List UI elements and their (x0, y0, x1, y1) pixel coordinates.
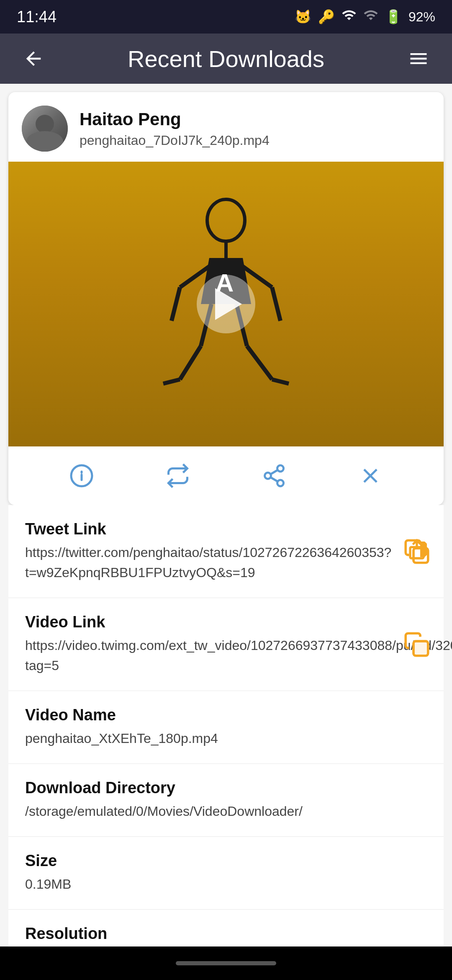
video-link-value: https://video.twimg.com/ext_tw_video/102… (25, 635, 427, 676)
svg-line-6 (272, 287, 280, 321)
svg-line-10 (247, 346, 272, 379)
card-header-info: Haitao Peng penghaitao_7DoIJ7k_240p.mp4 (80, 109, 270, 148)
home-indicator (176, 961, 276, 965)
svg-line-11 (163, 379, 180, 384)
tweet-link-section: Tweet Link https://twitter.com/penghaita… (8, 505, 444, 598)
status-time: 11:44 (17, 8, 56, 26)
info-button[interactable] (65, 459, 98, 493)
close-button[interactable] (354, 459, 387, 493)
avatar-image (22, 106, 68, 152)
video-thumbnail[interactable]: A (8, 162, 444, 446)
video-name-label: Video Name (25, 706, 427, 724)
signal-icon (363, 8, 378, 26)
info-sections: Tweet Link https://twitter.com/penghaita… (8, 505, 444, 980)
user-name: Haitao Peng (80, 109, 270, 129)
download-directory-value: /storage/emulated/0/Movies/VideoDownload… (25, 801, 427, 821)
download-directory-label: Download Directory (25, 779, 427, 797)
svg-point-17 (277, 480, 284, 486)
svg-line-12 (272, 379, 289, 384)
play-triangle (215, 288, 242, 320)
header-filename: penghaitao_7DoIJ7k_240p.mp4 (80, 133, 270, 148)
video-link-copy-button[interactable] (403, 631, 430, 658)
size-value: 0.19MB (25, 874, 427, 894)
svg-line-18 (270, 477, 277, 482)
back-button[interactable] (17, 42, 50, 75)
menu-button[interactable] (402, 42, 435, 75)
repeat-button[interactable] (161, 459, 195, 493)
tweet-link-label: Tweet Link (25, 520, 427, 538)
video-name-value: penghaitao_XtXEhTe_180p.mp4 (25, 728, 427, 748)
share-button[interactable] (257, 459, 291, 493)
page-title: Recent Downloads (50, 45, 402, 72)
svg-line-4 (172, 287, 180, 321)
video-link-label: Video Link (25, 613, 427, 631)
status-icons: 🐱 🔑 🔋 92% (295, 8, 435, 26)
size-label: Size (25, 852, 427, 870)
tweet-link-value: https://twitter.com/penghaitao/status/10… (25, 542, 427, 583)
card-header: Haitao Peng penghaitao_7DoIJ7k_240p.mp4 (8, 92, 444, 162)
key-icon: 🔑 (318, 9, 335, 25)
svg-rect-25 (413, 641, 428, 656)
svg-point-16 (265, 473, 271, 479)
svg-point-15 (277, 465, 284, 472)
tweet-link-copy-button[interactable] (403, 538, 430, 565)
resolution-label: Resolution (25, 925, 427, 943)
svg-point-0 (207, 199, 245, 241)
app-bar: Recent Downloads (0, 34, 452, 84)
svg-line-8 (180, 346, 201, 379)
wifi-icon (342, 8, 357, 26)
play-button[interactable] (197, 275, 255, 333)
video-name-section: Video Name penghaitao_XtXEhTe_180p.mp4 (8, 691, 444, 763)
action-bar (8, 446, 444, 505)
battery-percentage: 92% (408, 9, 435, 25)
bottom-bar (0, 946, 452, 980)
video-link-section: Video Link https://video.twimg.com/ext_t… (8, 598, 444, 691)
download-directory-section: Download Directory /storage/emulated/0/M… (8, 763, 444, 836)
avatar (22, 106, 68, 152)
notification-icon: 🐱 (295, 9, 311, 25)
svg-line-19 (270, 470, 277, 474)
battery-icon: 🔋 (385, 9, 402, 25)
size-section: Size 0.19MB (8, 836, 444, 909)
main-card: Haitao Peng penghaitao_7DoIJ7k_240p.mp4 (8, 92, 444, 505)
status-bar: 11:44 🐱 🔑 🔋 92% (0, 0, 452, 34)
